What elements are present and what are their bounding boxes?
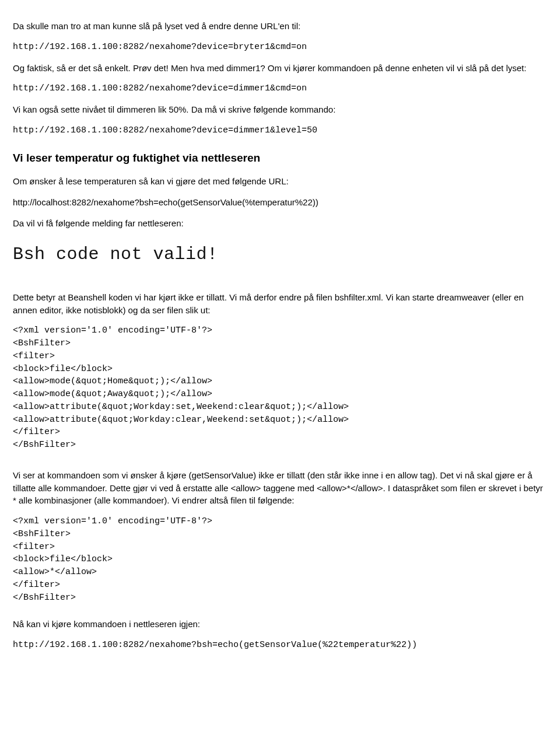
paragraph: Vi kan også sette nivået til dimmeren li… (13, 103, 547, 116)
paragraph: Da skulle man tro at man kunne slå på ly… (13, 20, 547, 33)
code-url: http://192.168.1.100:8282/nexahome?devic… (13, 82, 547, 95)
code-url: http://192.168.1.100:8282/nexahome?devic… (13, 124, 547, 137)
code-block-xml: <?xml version='1.0' encoding='UTF-8'?> <… (13, 324, 547, 452)
code-url: http://192.168.1.100:8282/nexahome?bsh=e… (13, 639, 547, 652)
url-text: http://localhost:8282/nexahome?bsh=echo(… (13, 196, 547, 209)
paragraph: Vi ser at kommandoen som vi ønsker å kjø… (13, 469, 547, 507)
paragraph: Nå kan vi kjøre kommandoen i nettleseren… (13, 618, 547, 631)
section-heading: Vi leser temperatur og fuktighet via net… (13, 150, 547, 166)
code-url: http://192.168.1.100:8282/nexahome?devic… (13, 41, 547, 54)
paragraph: Dette betyr at Beanshell koden vi har kj… (13, 291, 547, 317)
paragraph: Og faktisk, så er det så enkelt. Prøv de… (13, 62, 547, 75)
paragraph: Da vil vi få følgende melding far nettle… (13, 217, 547, 230)
code-block-xml: <?xml version='1.0' encoding='UTF-8'?> <… (13, 515, 547, 604)
error-message: Bsh code not valid! (13, 242, 547, 268)
paragraph: Om ønsker å lese temperaturen så kan vi … (13, 175, 547, 188)
